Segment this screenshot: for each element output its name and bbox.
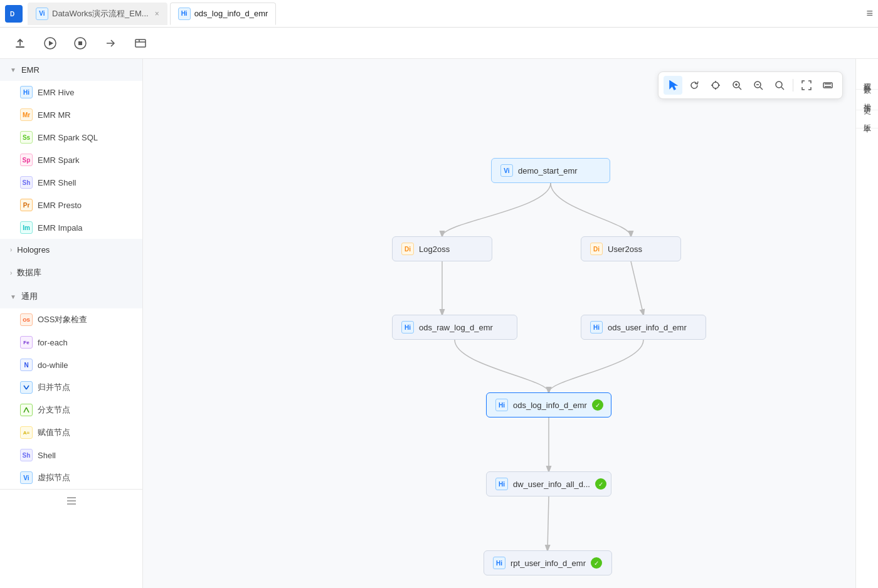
- canvas-toolbar: [658, 71, 843, 99]
- icon-emr-impala: Im: [20, 221, 33, 234]
- label-emr-spark: EMR Spark: [38, 155, 79, 165]
- upload-button[interactable]: [10, 33, 30, 53]
- label-emr-hive: EMR Hive: [38, 88, 75, 97]
- node-label-demo-start: demo_start_emr: [518, 166, 578, 176]
- tab-label-dataworks: DataWorks演示流程_EM...: [52, 8, 149, 19]
- tab-bar: D Vi DataWorks演示流程_EM... × Hi ods_log_in…: [0, 0, 878, 28]
- icon-merge-node: [20, 381, 33, 394]
- icon-shell: Sh: [20, 449, 33, 461]
- svg-line-27: [739, 87, 741, 90]
- fullscreen-button[interactable]: [797, 76, 816, 95]
- right-panel-op-history[interactable]: 操作历史: [856, 90, 879, 110]
- svg-line-11: [24, 386, 26, 389]
- stop-button[interactable]: [70, 33, 90, 53]
- run-button[interactable]: [40, 33, 60, 53]
- sidebar-item-emr-mr[interactable]: Mr EMR MR: [0, 103, 142, 126]
- sidebar: ▼ EMR Hi EMR Hive Mr EMR MR Ss EMR Spark…: [0, 59, 143, 588]
- settings-canvas-button[interactable]: [818, 76, 837, 95]
- sidebar-item-emr-impala[interactable]: Im EMR Impala: [0, 216, 142, 239]
- svg-line-32: [781, 87, 784, 90]
- sidebar-item-emr-hive[interactable]: Hi EMR Hive: [0, 81, 142, 103]
- svg-marker-18: [670, 81, 677, 90]
- toolbar: [0, 28, 878, 59]
- sidebar-item-emr-shell[interactable]: Sh EMR Shell: [0, 171, 142, 194]
- sidebar-item-emr-presto[interactable]: Pr EMR Presto: [0, 194, 142, 216]
- zoom-in-button[interactable]: [727, 76, 746, 95]
- sidebar-item-assign-node[interactable]: A= 赋值节点: [0, 421, 142, 444]
- node-demo-start[interactable]: Vi demo_start_emr: [491, 158, 610, 183]
- tab-ods[interactable]: Hi ods_log_info_d_emr: [170, 3, 277, 25]
- icon-for-each: Fe: [20, 336, 33, 349]
- sidebar-item-for-each[interactable]: Fe for-each: [0, 331, 142, 354]
- right-panel-version-label: 版本: [862, 118, 872, 120]
- right-panel-flow-params[interactable]: 流程参数: [856, 69, 879, 90]
- refresh-button[interactable]: [685, 76, 704, 95]
- tab-dataworks[interactable]: Vi DataWorks演示流程_EM... ×: [28, 3, 167, 25]
- hamburger-menu[interactable]: ≡: [866, 7, 873, 20]
- sidebar-item-shell[interactable]: Sh Shell: [0, 444, 142, 466]
- svg-rect-2: [16, 46, 24, 48]
- svg-line-14: [26, 407, 29, 412]
- sidebar-footer[interactable]: [0, 489, 142, 512]
- svg-point-31: [776, 81, 782, 88]
- icon-emr-presto: Pr: [20, 199, 33, 211]
- sidebar-section-label-emr: EMR: [21, 65, 40, 75]
- label-emr-mr: EMR MR: [38, 110, 71, 120]
- node-badge-ods-log-info: ✓: [592, 399, 603, 411]
- zoom-out-button[interactable]: [749, 76, 768, 95]
- fit-view-button[interactable]: [706, 76, 725, 95]
- tab-label-ods: ods_log_info_d_emr: [194, 9, 268, 18]
- icon-virtual-node: Vi: [20, 471, 33, 484]
- node-label-ods-raw-log: ods_raw_log_d_emr: [419, 323, 493, 332]
- label-emr-presto: EMR Presto: [38, 201, 82, 210]
- send-button[interactable]: [100, 33, 120, 53]
- node-ods-raw-log[interactable]: Hi ods_raw_log_d_emr: [392, 315, 517, 340]
- node-icon-dw-user-info: Hi: [495, 478, 508, 490]
- tab-close-dataworks[interactable]: ×: [155, 9, 159, 18]
- node-ods-user-info[interactable]: Hi ods_user_info_d_emr: [581, 315, 706, 340]
- chevron-general: ▼: [10, 293, 16, 300]
- sidebar-section-label-hologres: Hologres: [17, 245, 50, 255]
- sidebar-section-general[interactable]: ▼ 通用: [0, 285, 142, 308]
- sidebar-item-merge-node[interactable]: 归并节点: [0, 376, 142, 399]
- svg-line-13: [24, 407, 26, 412]
- main-content: ▼ EMR Hi EMR Hive Mr EMR MR Ss EMR Spark…: [0, 59, 878, 588]
- tab-icon-ods: Hi: [178, 8, 191, 20]
- sidebar-section-emr[interactable]: ▼ EMR: [0, 59, 142, 81]
- canvas-area[interactable]: Vi demo_start_emr Di Log2oss Di User2oss…: [143, 59, 855, 588]
- sidebar-item-virtual-node[interactable]: Vi 虚拟节点: [0, 466, 142, 489]
- preview-button[interactable]: [130, 33, 151, 53]
- sidebar-section-hologres[interactable]: › Hologres: [0, 239, 142, 261]
- search-canvas-button[interactable]: [770, 76, 789, 95]
- node-badge-rpt-user-info: ✓: [591, 557, 602, 569]
- node-rpt-user-info[interactable]: Hi rpt_user_info_d_emr ✓: [484, 550, 612, 575]
- label-oss-check: OSS对象检查: [38, 314, 87, 325]
- canvas-toolbar-divider: [793, 79, 793, 92]
- tab-icon-dataworks: Vi: [36, 8, 48, 20]
- node-dw-user-info[interactable]: Hi dw_user_info_all_d... ✓: [486, 471, 611, 496]
- icon-emr-mr: Mr: [20, 108, 33, 121]
- right-panel-flow-params-label: 流程参数: [862, 76, 872, 81]
- node-label-rpt-user-info: rpt_user_info_d_emr: [510, 559, 586, 568]
- node-ods-log-info[interactable]: Hi ods_log_info_d_emr ✓: [486, 392, 611, 417]
- node-label-log2oss: Log2oss: [419, 244, 450, 254]
- node-user2oss[interactable]: Di User2oss: [581, 236, 681, 261]
- sidebar-item-do-while[interactable]: N do-while: [0, 354, 142, 376]
- node-badge-dw-user-info: ✓: [595, 478, 606, 490]
- label-do-while: do-while: [38, 360, 68, 370]
- node-label-dw-user-info: dw_user_info_all_d...: [513, 480, 590, 489]
- node-log2oss[interactable]: Di Log2oss: [392, 236, 492, 261]
- label-virtual-node: 虚拟节点: [38, 472, 70, 483]
- node-label-ods-log-info: ods_log_info_d_emr: [513, 401, 587, 410]
- right-panel-version[interactable]: 版本: [856, 110, 879, 129]
- sidebar-item-emr-spark[interactable]: Sp EMR Spark: [0, 149, 142, 171]
- svg-rect-8: [135, 39, 145, 47]
- chevron-emr: ▼: [10, 66, 16, 73]
- sidebar-item-branch-node[interactable]: 分支节点: [0, 399, 142, 421]
- select-tool-button[interactable]: [664, 76, 682, 95]
- sidebar-item-emr-spark-sql[interactable]: Ss EMR Spark SQL: [0, 126, 142, 149]
- sidebar-item-oss-check[interactable]: OS OSS对象检查: [0, 308, 142, 331]
- sidebar-section-database[interactable]: › 数据库: [0, 261, 142, 285]
- node-label-ods-user-info: ods_user_info_d_emr: [608, 323, 687, 332]
- icon-oss-check: OS: [20, 313, 33, 326]
